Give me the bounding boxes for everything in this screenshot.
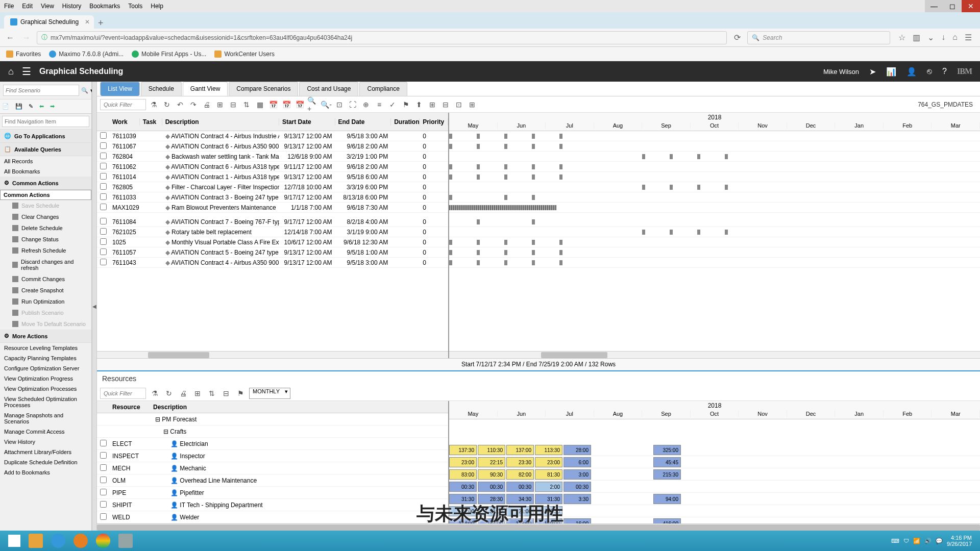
nav-search-input[interactable] (2, 116, 89, 127)
home-icon[interactable]: ⌂ (952, 33, 958, 42)
col-end[interactable]: End Date (335, 118, 391, 126)
bookmark-mobile[interactable]: Mobile First Apps - Us... (132, 51, 206, 58)
row-checkbox[interactable] (100, 218, 107, 224)
resource-row[interactable]: PIPE 👤 Pipefitter (97, 487, 448, 499)
resource-bar[interactable]: 137:30 (449, 445, 477, 455)
resource-bar[interactable]: 23:00 (449, 457, 477, 467)
fit-icon[interactable]: ⊡ (334, 99, 345, 110)
resource-row[interactable]: MECH 👤 Mechanic (97, 462, 448, 474)
row-checkbox[interactable] (100, 132, 107, 139)
window-maximize[interactable]: ◻ (943, 0, 962, 12)
resource-bar[interactable]: 2:00 (535, 482, 562, 492)
tab-close-icon[interactable]: ✕ (85, 18, 90, 26)
reload-button[interactable]: ⟳ (731, 32, 743, 44)
row-checkbox[interactable] (100, 142, 107, 149)
resource-bar[interactable]: 00:30 (564, 482, 591, 492)
new-tab-button[interactable]: + (98, 18, 104, 29)
resource-bar[interactable]: 94:00 (653, 494, 681, 504)
cal1-icon[interactable]: 📅 (267, 99, 279, 110)
rcol-desc[interactable]: Description (150, 404, 448, 411)
task-chrome[interactable] (93, 531, 113, 551)
resource-bar[interactable]: 6:00 (564, 457, 591, 467)
more-action-item[interactable]: Capacity Planning Templates (0, 353, 91, 363)
library-icon[interactable]: ▥ (913, 33, 920, 42)
search-icon[interactable]: 🔍 (81, 87, 88, 94)
action-item[interactable]: Change Status (0, 234, 91, 245)
resource-bar[interactable]: 90:30 (478, 469, 505, 480)
tool9-icon[interactable]: ⊞ (467, 99, 478, 110)
menu-bookmarks[interactable]: Bookmarks (89, 3, 120, 10)
cal3-icon[interactable]: 📅 (294, 99, 305, 110)
more-action-item[interactable]: Duplicate Schedule Definition (0, 457, 91, 467)
resource-row[interactable]: ELECT 👤 Electrician (97, 438, 448, 450)
res-tool4-icon[interactable]: ⚑ (235, 388, 246, 399)
help-icon[interactable]: ? (942, 67, 947, 77)
forward-button[interactable]: → (20, 32, 33, 44)
grid-row[interactable]: 7611033 ◆ AVIATION Contract 3 - Boeing 2… (97, 192, 448, 203)
grid-row[interactable]: 7611062 ◆ AVIATION Contract 6 - Airbus A… (97, 162, 448, 172)
task-firefox[interactable] (70, 531, 91, 551)
grid-row[interactable]: MAX1029 ◆ Ram Blowout Preventers Mainten… (97, 203, 448, 213)
expand-icon[interactable]: ⛶ (347, 99, 358, 110)
tool5-icon[interactable]: ⬆ (413, 99, 425, 110)
undo-icon[interactable]: ↶ (175, 99, 186, 110)
chart-icon[interactable]: 📊 (886, 67, 896, 77)
more-action-item[interactable]: Manage Snapshots and Scenarios (0, 410, 91, 427)
redo-icon[interactable]: ↷ (188, 99, 199, 110)
more-actions-section[interactable]: ⚙ More Actions (0, 330, 91, 343)
tray-icon[interactable]: 🔊 (924, 538, 932, 544)
tool7-icon[interactable]: ⊟ (440, 99, 451, 110)
grid-row[interactable]: 7611043 ◆ AVIATION Contract 4 - Airbus A… (97, 258, 448, 268)
col-task[interactable]: Task (140, 118, 162, 126)
zoomin-icon[interactable]: 🔍+ (307, 99, 318, 110)
grid-row[interactable]: 7611084 ◆ AVIATION Contract 7 - Boeing 7… (97, 217, 448, 227)
grid-row[interactable]: 1025 ◆ Monthly Visual Portable Class A F… (97, 237, 448, 247)
grid-hscroll[interactable] (97, 351, 448, 358)
tool4-icon[interactable]: ⚑ (400, 99, 411, 110)
more-action-item[interactable]: View Optimization Processes (0, 384, 91, 394)
more-action-item[interactable]: Manage Commit Access (0, 427, 91, 437)
res-tool3-icon[interactable]: ⊟ (220, 388, 232, 399)
refresh-icon[interactable]: ↻ (161, 99, 173, 110)
back-button[interactable]: ← (4, 32, 16, 44)
col-dur[interactable]: Duration (391, 118, 420, 126)
resource-bar[interactable]: 00:30 (449, 482, 477, 492)
person-icon[interactable]: 👤 (906, 67, 917, 77)
grid-body[interactable]: 7611039 ◆ AVIATION Contract 4 - Airbus I… (97, 131, 448, 351)
grid-row[interactable]: 762804 ◆ Backwash water settling tank - … (97, 152, 448, 162)
next-icon[interactable]: ➡ (50, 103, 55, 110)
task-ie[interactable] (48, 531, 68, 551)
resource-bar[interactable]: 3:00 (564, 469, 591, 480)
menu-file[interactable]: File (4, 3, 14, 10)
resource-bar[interactable]: 23:00 (535, 457, 562, 467)
row-checkbox[interactable] (100, 248, 107, 255)
tray-icon[interactable]: 💬 (936, 538, 943, 544)
resource-bar[interactable]: 3:30 (564, 494, 591, 504)
resource-bar[interactable]: 45:45 (653, 457, 681, 467)
quick-filter-input[interactable] (100, 99, 146, 110)
tool2-icon[interactable]: ≡ (374, 99, 385, 110)
columns-icon[interactable]: ▦ (254, 99, 265, 110)
res-checkbox[interactable] (100, 440, 107, 446)
window-close[interactable]: ✕ (962, 0, 980, 12)
timeline-hscroll[interactable] (449, 351, 980, 358)
tool6-icon[interactable]: ⊞ (427, 99, 438, 110)
more-action-item[interactable]: Configure Optimization Server (0, 363, 91, 373)
resource-bar[interactable]: 82:00 (506, 469, 534, 480)
new-icon[interactable]: 📄 (2, 103, 9, 110)
tree-icon[interactable]: ⊟ (228, 99, 239, 110)
menu-icon[interactable]: ☰ (965, 33, 972, 42)
resource-bar[interactable]: 00:30 (506, 482, 534, 492)
row-checkbox[interactable] (100, 173, 107, 180)
more-action-item[interactable]: View History (0, 437, 91, 447)
resource-bar[interactable]: 325:00 (653, 445, 681, 455)
find-scenario-input[interactable] (3, 85, 79, 96)
row-checkbox[interactable] (100, 183, 107, 190)
row-checkbox[interactable] (100, 259, 107, 265)
tool8-icon[interactable]: ⊡ (453, 99, 464, 110)
resource-bar[interactable]: 00:30 (478, 482, 505, 492)
downloads-icon[interactable]: ↓ (941, 33, 945, 42)
grid-row[interactable]: 7611039 ◆ AVIATION Contract 4 - Airbus I… (97, 131, 448, 141)
queries-section[interactable]: 📋 Available Queries (0, 143, 91, 156)
more-action-item[interactable]: View Optimization Progress (0, 373, 91, 384)
